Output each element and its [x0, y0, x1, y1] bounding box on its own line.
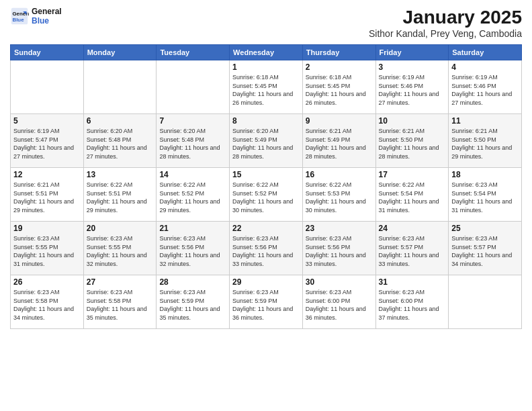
day-number: 16	[306, 170, 373, 179]
day-number: 4	[451, 62, 519, 72]
calendar-cell: 19Sunrise: 6:23 AM Sunset: 5:55 PM Dayli…	[11, 222, 84, 275]
day-number: 13	[87, 170, 154, 179]
day-info: Sunrise: 6:19 AM Sunset: 5:46 PM Dayligh…	[451, 73, 519, 107]
logo-icon: General Blue	[10, 7, 29, 26]
calendar-cell	[11, 60, 84, 114]
calendar-cell: 1Sunrise: 6:18 AM Sunset: 5:45 PM Daylig…	[230, 60, 303, 114]
day-of-week-header: Tuesday	[157, 45, 230, 60]
calendar-cell: 11Sunrise: 6:21 AM Sunset: 5:50 PM Dayli…	[449, 114, 522, 168]
day-info: Sunrise: 6:23 AM Sunset: 5:57 PM Dayligh…	[451, 234, 519, 268]
day-info: Sunrise: 6:19 AM Sunset: 5:46 PM Dayligh…	[379, 73, 446, 107]
calendar-cell: 16Sunrise: 6:22 AM Sunset: 5:53 PM Dayli…	[302, 168, 375, 222]
day-info: Sunrise: 6:22 AM Sunset: 5:54 PM Dayligh…	[379, 181, 446, 214]
day-info: Sunrise: 6:20 AM Sunset: 5:49 PM Dayligh…	[232, 127, 300, 161]
calendar-cell: 22Sunrise: 6:23 AM Sunset: 5:56 PM Dayli…	[230, 222, 303, 275]
day-number: 24	[379, 224, 446, 233]
day-of-week-header: Friday	[375, 45, 449, 60]
day-number: 18	[451, 170, 519, 179]
day-number: 14	[159, 170, 226, 179]
calendar-week-row: 1Sunrise: 6:18 AM Sunset: 5:45 PM Daylig…	[11, 60, 522, 114]
day-number: 7	[159, 116, 226, 126]
day-number: 12	[13, 170, 81, 179]
day-info: Sunrise: 6:23 AM Sunset: 6:00 PM Dayligh…	[379, 288, 446, 322]
page: General Blue General Blue January 2025 S…	[0, 0, 532, 411]
calendar-cell: 31Sunrise: 6:23 AM Sunset: 6:00 PM Dayli…	[375, 275, 449, 329]
day-of-week-header: Thursday	[302, 45, 375, 60]
day-number: 11	[451, 116, 519, 126]
day-info: Sunrise: 6:23 AM Sunset: 5:57 PM Dayligh…	[379, 234, 446, 268]
day-info: Sunrise: 6:23 AM Sunset: 5:58 PM Dayligh…	[87, 288, 154, 322]
day-info: Sunrise: 6:22 AM Sunset: 5:52 PM Dayligh…	[232, 181, 300, 214]
calendar-cell: 25Sunrise: 6:23 AM Sunset: 5:57 PM Dayli…	[449, 222, 522, 275]
calendar-cell: 12Sunrise: 6:21 AM Sunset: 5:51 PM Dayli…	[11, 168, 84, 222]
calendar-cell: 23Sunrise: 6:23 AM Sunset: 5:56 PM Dayli…	[302, 222, 375, 275]
day-info: Sunrise: 6:23 AM Sunset: 5:55 PM Dayligh…	[13, 234, 81, 268]
day-info: Sunrise: 6:22 AM Sunset: 5:53 PM Dayligh…	[306, 181, 373, 214]
day-info: Sunrise: 6:18 AM Sunset: 5:45 PM Dayligh…	[232, 73, 300, 107]
calendar-cell	[83, 60, 157, 114]
calendar-week-row: 5Sunrise: 6:19 AM Sunset: 5:47 PM Daylig…	[11, 114, 522, 168]
svg-text:Blue: Blue	[13, 17, 25, 23]
day-number: 25	[451, 224, 519, 233]
day-of-week-header: Sunday	[11, 45, 84, 60]
calendar-header-row: SundayMondayTuesdayWednesdayThursdayFrid…	[11, 45, 522, 60]
day-number: 17	[379, 170, 446, 179]
calendar-title: January 2025	[369, 7, 522, 28]
day-number: 5	[13, 116, 81, 126]
day-number: 23	[306, 224, 373, 233]
calendar-subtitle: Sithor Kandal, Prey Veng, Cambodia	[369, 28, 522, 39]
day-number: 19	[13, 224, 81, 233]
day-number: 9	[306, 116, 373, 126]
day-number: 8	[232, 116, 300, 126]
day-info: Sunrise: 6:23 AM Sunset: 5:56 PM Dayligh…	[306, 234, 373, 268]
calendar-week-row: 26Sunrise: 6:23 AM Sunset: 5:58 PM Dayli…	[11, 275, 522, 329]
calendar-cell: 24Sunrise: 6:23 AM Sunset: 5:57 PM Dayli…	[375, 222, 449, 275]
calendar-week-row: 12Sunrise: 6:21 AM Sunset: 5:51 PM Dayli…	[11, 168, 522, 222]
logo: General Blue General Blue	[10, 7, 62, 26]
calendar-cell: 28Sunrise: 6:23 AM Sunset: 5:59 PM Dayli…	[157, 275, 230, 329]
day-number: 20	[87, 224, 154, 233]
day-number: 3	[379, 62, 446, 72]
day-info: Sunrise: 6:21 AM Sunset: 5:50 PM Dayligh…	[451, 127, 519, 161]
day-number: 31	[379, 277, 446, 287]
day-number: 28	[159, 277, 226, 287]
calendar-cell: 4Sunrise: 6:19 AM Sunset: 5:46 PM Daylig…	[449, 60, 522, 114]
title-block: January 2025 Sithor Kandal, Prey Veng, C…	[369, 7, 522, 39]
header: General Blue General Blue January 2025 S…	[10, 7, 522, 39]
calendar-table: SundayMondayTuesdayWednesdayThursdayFrid…	[10, 44, 522, 329]
calendar-cell: 15Sunrise: 6:22 AM Sunset: 5:52 PM Dayli…	[230, 168, 303, 222]
calendar-cell: 18Sunrise: 6:23 AM Sunset: 5:54 PM Dayli…	[449, 168, 522, 222]
calendar-cell: 5Sunrise: 6:19 AM Sunset: 5:47 PM Daylig…	[11, 114, 84, 168]
day-number: 21	[159, 224, 226, 233]
day-number: 15	[232, 170, 300, 179]
day-info: Sunrise: 6:23 AM Sunset: 5:58 PM Dayligh…	[13, 288, 81, 322]
calendar-cell: 9Sunrise: 6:21 AM Sunset: 5:49 PM Daylig…	[302, 114, 375, 168]
day-number: 29	[232, 277, 300, 287]
calendar-cell: 20Sunrise: 6:23 AM Sunset: 5:55 PM Dayli…	[83, 222, 157, 275]
logo-text: General Blue	[32, 7, 62, 26]
day-info: Sunrise: 6:21 AM Sunset: 5:50 PM Dayligh…	[379, 127, 446, 161]
calendar-cell: 26Sunrise: 6:23 AM Sunset: 5:58 PM Dayli…	[11, 275, 84, 329]
calendar-cell: 30Sunrise: 6:23 AM Sunset: 6:00 PM Dayli…	[302, 275, 375, 329]
day-number: 10	[379, 116, 446, 126]
day-of-week-header: Saturday	[449, 45, 522, 60]
calendar-week-row: 19Sunrise: 6:23 AM Sunset: 5:55 PM Dayli…	[11, 222, 522, 275]
day-number: 2	[306, 62, 373, 72]
calendar-cell: 6Sunrise: 6:20 AM Sunset: 5:48 PM Daylig…	[83, 114, 157, 168]
day-info: Sunrise: 6:20 AM Sunset: 5:48 PM Dayligh…	[159, 127, 226, 161]
day-info: Sunrise: 6:23 AM Sunset: 5:59 PM Dayligh…	[159, 288, 226, 322]
day-info: Sunrise: 6:23 AM Sunset: 6:00 PM Dayligh…	[306, 288, 373, 322]
calendar-cell: 14Sunrise: 6:22 AM Sunset: 5:52 PM Dayli…	[157, 168, 230, 222]
day-of-week-header: Monday	[83, 45, 157, 60]
day-of-week-header: Wednesday	[230, 45, 303, 60]
day-number: 26	[13, 277, 81, 287]
calendar-cell: 10Sunrise: 6:21 AM Sunset: 5:50 PM Dayli…	[375, 114, 449, 168]
day-info: Sunrise: 6:21 AM Sunset: 5:51 PM Dayligh…	[13, 181, 81, 214]
calendar-cell: 21Sunrise: 6:23 AM Sunset: 5:56 PM Dayli…	[157, 222, 230, 275]
day-info: Sunrise: 6:21 AM Sunset: 5:49 PM Dayligh…	[306, 127, 373, 161]
day-info: Sunrise: 6:20 AM Sunset: 5:48 PM Dayligh…	[87, 127, 154, 161]
calendar-cell	[157, 60, 230, 114]
calendar-cell: 8Sunrise: 6:20 AM Sunset: 5:49 PM Daylig…	[230, 114, 303, 168]
day-info: Sunrise: 6:22 AM Sunset: 5:52 PM Dayligh…	[159, 181, 226, 214]
calendar-cell: 29Sunrise: 6:23 AM Sunset: 5:59 PM Dayli…	[230, 275, 303, 329]
